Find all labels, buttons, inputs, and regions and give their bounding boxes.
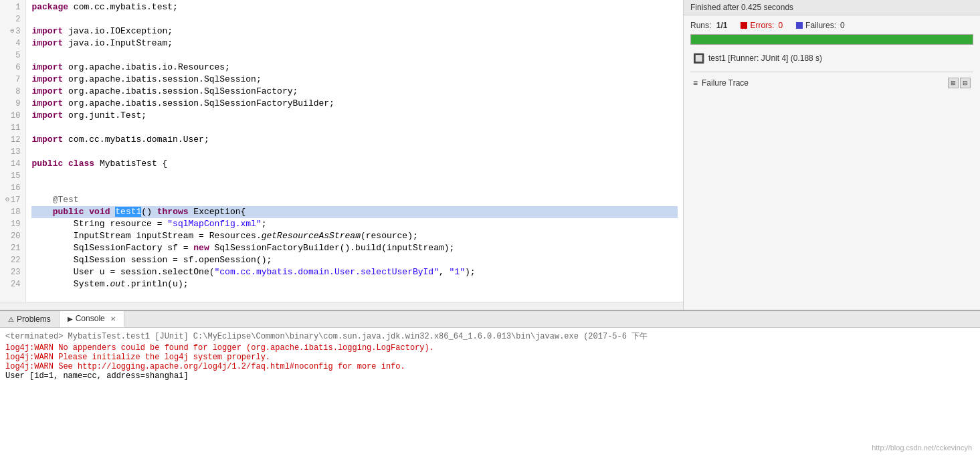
bottom-panel: ⚠ Problems ▶ Console ✕ <terminated> Myba… — [0, 310, 980, 457]
test-item-label: test1 [Runner: JUnit 4] (0.188 s) — [708, 54, 822, 63]
code-line-7: import org.apache.ibatis.session.SqlSess… — [31, 74, 678, 86]
trace-menu-icon: ≡ — [693, 78, 698, 88]
test-item[interactable]: 🔲 test1 [Runner: JUnit 4] (0.188 s) — [690, 52, 973, 65]
failures-label: ▪ Failures: 0 — [796, 21, 845, 30]
failures-value: 0 — [840, 21, 845, 30]
console-output: User [id=1, name=cc, address=shanghai] — [5, 371, 975, 381]
code-line-11 — [31, 122, 678, 134]
code-line-23: User u = session.selectOne("com.cc.mybat… — [31, 266, 678, 278]
code-line-4: import java.io.InputStream; — [31, 37, 678, 50]
console-icon: ▶ — [68, 315, 73, 323]
failure-trace-label: Failure Trace — [702, 78, 749, 88]
code-line-9: import org.apache.ibatis.session.SqlSess… — [31, 98, 678, 110]
console-warn-1: log4j:WARN No appenders could be found f… — [5, 343, 975, 353]
failures-label-text: Failures: — [805, 21, 836, 30]
code-line-12: import com.cc.mybatis.domain.User; — [31, 134, 678, 146]
runs-label: Runs: 1/1 — [690, 21, 727, 30]
junit-body: Runs: 1/1 ✖ Errors: 0 ▪ Failures: 0 — [684, 15, 980, 310]
test-tree: 🔲 test1 [Runner: JUnit 4] (0.188 s) — [690, 52, 973, 65]
junit-finished-header: Finished after 0.425 seconds — [684, 0, 980, 15]
horizontal-scrollbar[interactable] — [0, 302, 683, 310]
code-line-1: package com.cc.mybatis.test; — [31, 1, 678, 13]
code-line-20: InputStream inputStream = Resources.getR… — [31, 230, 678, 242]
errors-value: 0 — [778, 21, 783, 30]
bottom-tabs: ⚠ Problems ▶ Console ✕ — [0, 311, 980, 328]
progress-bar-fill — [691, 35, 973, 44]
code-line-2 — [31, 13, 678, 25]
code-line-16 — [31, 182, 678, 194]
watermark: http://blog.csdn.net/cckevincyh — [872, 444, 972, 452]
console-warn-2: log4j:WARN Please initialize the log4j s… — [5, 353, 975, 362]
main-area: 12⊖345678910111213141516⊖171819202122232… — [0, 0, 980, 310]
code-line-5 — [31, 50, 678, 62]
runs-value: 1/1 — [716, 21, 728, 30]
tab-console-label: Console — [76, 314, 105, 323]
line-numbers: 12⊖345678910111213141516⊖171819202122232… — [0, 0, 26, 302]
failure-trace-section: ≡ Failure Trace ⊞ ⊟ — [690, 72, 973, 90]
failure-trace-title: ≡ Failure Trace — [693, 78, 749, 88]
code-line-17: @Test — [31, 194, 678, 206]
code-line-22: SqlSession session = sf.openSession(); — [31, 254, 678, 266]
code-line-8: import org.apache.ibatis.session.SqlSess… — [31, 86, 678, 98]
console-content: <terminated> MybatisTest.test1 [JUnit] C… — [0, 328, 980, 457]
errors-label: ✖ Errors: 0 — [741, 21, 783, 30]
code-line-3: import java.io.IOException; — [31, 25, 678, 37]
error-icon: ✖ — [741, 22, 747, 29]
code-area: 12⊖345678910111213141516⊖171819202122232… — [0, 0, 683, 302]
trace-icons: ⊞ ⊟ — [948, 78, 971, 88]
code-line-6: import org.apache.ibatis.io.Resources; — [31, 62, 678, 74]
failure-icon: ▪ — [796, 22, 803, 29]
code-line-18: public void test1() throws Exception{ — [31, 206, 678, 218]
console-warn-3: log4j:WARN See http://logging.apache.org… — [5, 362, 975, 371]
code-line-21: SqlSessionFactory sf = new SqlSessionFac… — [31, 242, 678, 254]
tab-problems-label: Problems — [17, 314, 51, 324]
problems-icon: ⚠ — [8, 316, 14, 323]
editor-panel: 12⊖345678910111213141516⊖171819202122232… — [0, 0, 684, 310]
failure-trace-header: ≡ Failure Trace ⊞ ⊟ — [690, 76, 973, 90]
junit-stats: Runs: 1/1 ✖ Errors: 0 ▪ Failures: 0 — [690, 21, 973, 30]
code-line-15 — [31, 170, 678, 182]
test-item-icon: 🔲 — [693, 53, 704, 64]
junit-panel: Finished after 0.425 seconds Runs: 1/1 ✖… — [684, 0, 980, 310]
code-line-24: System.out.println(u); — [31, 278, 678, 290]
trace-btn-2[interactable]: ⊟ — [960, 78, 971, 88]
progress-bar-container — [690, 34, 973, 45]
tab-problems[interactable]: ⚠ Problems — [0, 311, 60, 327]
code-line-13 — [31, 146, 678, 158]
code-line-19: String resource = "sqlMapConfig.xml"; — [31, 218, 678, 230]
tab-console[interactable]: ▶ Console ✕ — [60, 311, 124, 327]
code-line-10: import org.junit.Test; — [31, 110, 678, 122]
code-line-14: public class MybatisTest { — [31, 158, 678, 170]
console-close-icon[interactable]: ✕ — [110, 315, 116, 323]
trace-btn-1[interactable]: ⊞ — [948, 78, 959, 88]
errors-label-text: Errors: — [750, 21, 774, 30]
code-content[interactable]: package com.cc.mybatis.test; import java… — [26, 0, 683, 302]
console-terminated-line: <terminated> MybatisTest.test1 [JUnit] C… — [5, 331, 975, 342]
